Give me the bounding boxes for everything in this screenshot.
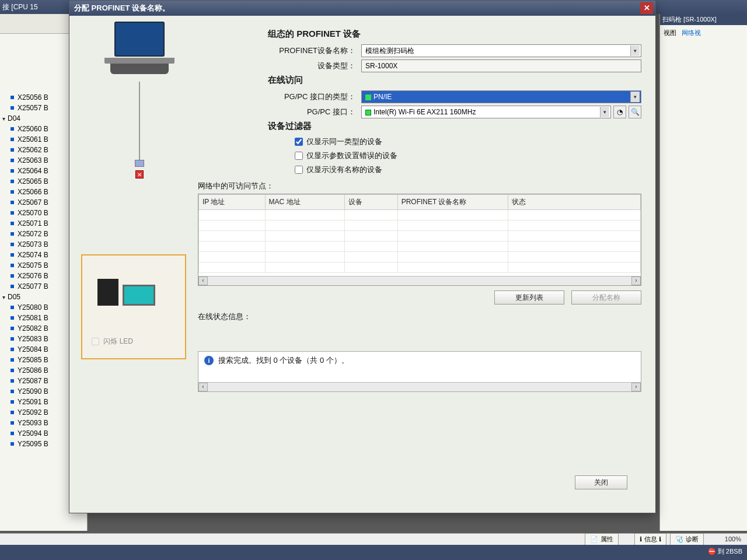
close-button[interactable]: 关闭 xyxy=(575,475,627,489)
refresh-icon[interactable]: ◔ xyxy=(613,106,626,118)
main-pane: 组态的 PROFINET 设备 PROFINET设备名称： 模组检测扫码枪 ▾ … xyxy=(245,26,641,501)
filter-no-name-label: 仅显示没有名称的设备 xyxy=(306,164,382,175)
section-configured-device: 组态的 PROFINET 设备 xyxy=(268,29,641,40)
bg-title-left: 接 [CPU 15 xyxy=(2,3,38,11)
device-type-field: SR-1000X xyxy=(361,60,641,72)
filter-no-name-input[interactable] xyxy=(295,166,303,174)
zoom-level: 100% xyxy=(725,536,741,542)
flash-led-input[interactable] xyxy=(92,338,99,345)
status-scrollbar[interactable]: ‹› xyxy=(198,382,641,391)
error-icon: ✕ xyxy=(135,170,144,178)
online-status-box: i 搜索完成。找到 0 个设备（共 0 个）。 ‹› xyxy=(198,351,641,392)
nic-icon xyxy=(365,110,371,116)
section-device-filter: 设备过滤器 xyxy=(268,121,641,132)
footer-error-text: 到 2BSB xyxy=(718,548,742,555)
device-preview: 闪烁 LED xyxy=(81,254,186,359)
online-status-label: 在线状态信息： xyxy=(198,312,641,322)
pnie-icon xyxy=(365,94,371,100)
update-list-button[interactable]: 更新列表 xyxy=(494,290,564,304)
interface-combo[interactable]: Intel(R) Wi-Fi 6E AX211 160MHz ▾ xyxy=(361,106,611,118)
filter-no-name[interactable]: 仅显示没有名称的设备 xyxy=(295,164,641,175)
interface-type-value: PN/IE xyxy=(374,93,392,101)
filter-param-error-input[interactable] xyxy=(295,152,303,160)
dialog-titlebar: 分配 PROFINET 设备名称。 ✕ xyxy=(69,1,655,16)
section-online-access: 在线访问 xyxy=(268,75,641,86)
hmi-icon xyxy=(123,285,155,306)
close-icon[interactable]: ✕ xyxy=(640,2,653,14)
tab-info-label: 信息 xyxy=(644,536,657,542)
device-name-value: 模组检测扫码枪 xyxy=(365,46,414,56)
bg-right-tab-1: 网络视 xyxy=(682,29,701,36)
device-name-combo[interactable]: 模组检测扫码枪 ▾ xyxy=(361,44,641,57)
assign-profinet-name-dialog: 分配 PROFINET 设备名称。 ✕ ✕ 闪烁 LED 组态的 PROFINE… xyxy=(69,0,656,513)
accessible-nodes-label: 网络中的可访问节点： xyxy=(198,181,641,191)
assign-name-button[interactable]: 分配名称 xyxy=(571,290,641,304)
filter-param-error-label: 仅显示参数设置错误的设备 xyxy=(306,150,397,161)
chevron-down-icon[interactable]: ▾ xyxy=(630,46,640,56)
table-scrollbar[interactable]: ‹› xyxy=(198,276,641,285)
flash-led-label: 闪烁 LED xyxy=(103,337,133,345)
bg-right-title: 扫码枪 [SR-1000X] xyxy=(660,14,747,25)
left-graphic-pane: ✕ 闪烁 LED xyxy=(81,22,198,478)
flash-led-checkbox[interactable]: 闪烁 LED xyxy=(92,337,133,346)
col-device[interactable]: 设备 xyxy=(344,195,397,210)
tab-properties[interactable]: 📄属性 xyxy=(585,533,619,545)
dialog-title: 分配 PROFINET 设备名称。 xyxy=(74,3,170,13)
net-line xyxy=(139,82,140,163)
col-ip[interactable]: IP 地址 xyxy=(199,195,266,210)
interface-value: Intel(R) Wi-Fi 6E AX211 160MHz xyxy=(374,108,476,116)
tab-diagnostics-label: 诊断 xyxy=(686,536,699,542)
device-type-value: SR-1000X xyxy=(365,62,397,70)
bg-status-bar: 📄属性 ℹ信息 ℹ 🩺诊断 xyxy=(0,533,747,545)
search-icon[interactable]: 🔍 xyxy=(629,106,641,118)
label-interface: PG/PC 接口： xyxy=(245,107,361,117)
label-interface-type: PG/PC 接口的类型： xyxy=(245,92,361,102)
plc-icon xyxy=(97,279,118,306)
nodes-table[interactable]: IP 地址 MAC 地址 设备 PROFINET 设备名称 状态 xyxy=(198,194,641,286)
filter-same-type-label: 仅显示同一类型的设备 xyxy=(306,136,382,147)
bg-right-tab-0: 视图 xyxy=(664,29,676,36)
label-device-type: 设备类型： xyxy=(245,61,361,71)
tab-properties-label: 属性 xyxy=(601,536,613,542)
col-state[interactable]: 状态 xyxy=(508,195,640,210)
filter-param-error[interactable]: 仅显示参数设置错误的设备 xyxy=(295,150,641,161)
chevron-down-icon[interactable]: ▾ xyxy=(630,92,640,102)
col-profinet-name[interactable]: PROFINET 设备名称 xyxy=(397,195,508,210)
status-message: 搜索完成。找到 0 个设备（共 0 个）。 xyxy=(218,355,349,366)
laptop-icon xyxy=(104,22,174,77)
chevron-down-icon[interactable]: ▾ xyxy=(600,107,609,117)
tab-diagnostics[interactable]: 🩺诊断 xyxy=(670,533,704,545)
bg-right-tabs: 视图 网络视 xyxy=(660,25,747,41)
col-mac[interactable]: MAC 地址 xyxy=(265,195,344,210)
tab-info[interactable]: ℹ信息 ℹ xyxy=(634,533,666,545)
interface-type-combo[interactable]: PN/IE ▾ xyxy=(361,90,641,103)
bg-footer: ⛔ 到 2BSB xyxy=(0,545,747,560)
switch-icon xyxy=(135,160,144,167)
filter-same-type[interactable]: 仅显示同一类型的设备 xyxy=(295,136,641,147)
label-device-name: PROFINET设备名称： xyxy=(245,46,361,56)
footer-error: ⛔ 到 2BSB xyxy=(708,547,742,556)
filter-same-type-input[interactable] xyxy=(295,138,303,146)
info-icon: i xyxy=(204,356,214,365)
bg-right-pane: 扫码枪 [SR-1000X] 视图 网络视 xyxy=(659,14,747,531)
